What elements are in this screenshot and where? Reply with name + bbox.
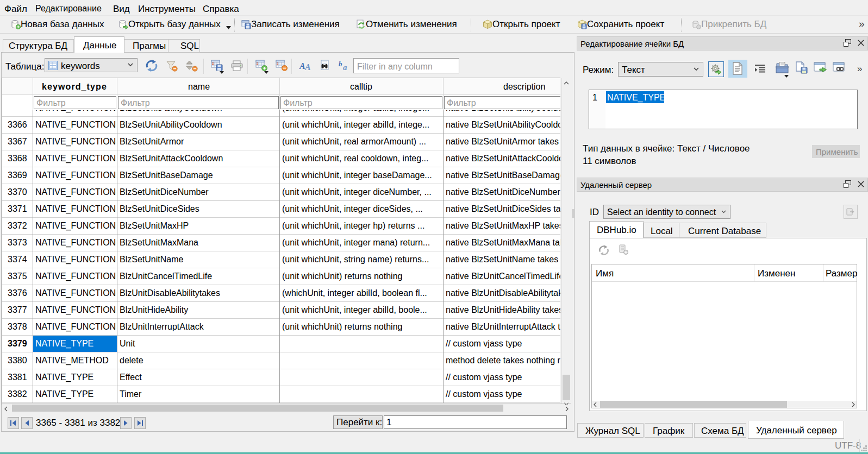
svg-text:b: b [339, 60, 342, 68]
svg-text:A: A [304, 62, 311, 72]
svg-text:a: a [343, 63, 347, 72]
